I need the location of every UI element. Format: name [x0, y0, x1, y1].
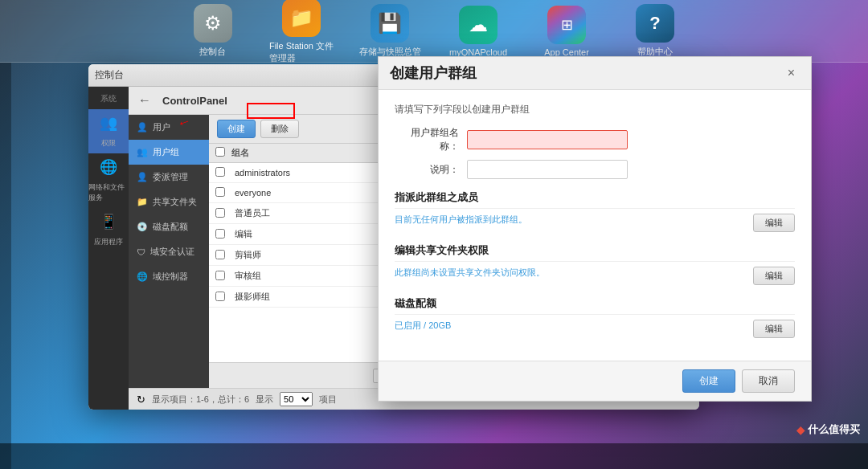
- taskbar-bottom: [0, 443, 868, 469]
- description-form-row: 说明：: [395, 160, 795, 179]
- back-arrow-icon[interactable]: ←: [138, 93, 151, 108]
- users-icon: 👤: [137, 122, 148, 133]
- dialog-create-button[interactable]: 创建: [682, 369, 735, 393]
- statusbar-refresh-button[interactable]: ↻: [137, 394, 145, 406]
- sub-nav-domain-ctrl[interactable]: 🌐 域控制器: [129, 264, 209, 289]
- domain-ctrl-label: 域控制器: [153, 271, 188, 283]
- network-services-label: 网络和文件服务: [88, 182, 129, 203]
- nav-item-network[interactable]: 🌐 网络和文件服务: [88, 153, 129, 208]
- permissions-icon: 👥: [100, 114, 117, 132]
- show-label: 显示: [256, 394, 273, 406]
- dock-item-storage[interactable]: 💾 存储与快照总管: [358, 4, 422, 58]
- dock-label-app-center: App Center: [544, 47, 589, 57]
- delegate-label: 委派管理: [153, 171, 188, 183]
- disk-quota-edit-button[interactable]: 编辑: [753, 320, 795, 338]
- sub-navigation: 👤 用户 👥 用户组 👤 委派管理 📁: [129, 115, 209, 388]
- myqnapcloud-icon: ☁: [459, 6, 497, 44]
- select-all-checkbox[interactable]: [215, 147, 225, 157]
- disk-quota-icon: 💿: [137, 222, 148, 232]
- create-group-button[interactable]: 创建: [217, 120, 256, 138]
- apps-icon: 📱: [100, 213, 117, 230]
- sub-nav-disk-quota[interactable]: 💿 磁盘配额: [129, 214, 209, 239]
- shared-folder-edit-button[interactable]: 编辑: [753, 267, 795, 285]
- sub-nav-domain-auth[interactable]: 🛡 域安全认证: [129, 239, 209, 264]
- row-checkbox-0[interactable]: [215, 167, 225, 177]
- disk-quota-label: 磁盘配额: [153, 221, 188, 233]
- permissions-label: 权限: [101, 138, 116, 149]
- display-items-text: 显示项目：1-6，总计：6: [152, 394, 249, 406]
- row-checkbox-3[interactable]: [215, 229, 225, 239]
- desktop-sidebar: [0, 63, 11, 469]
- domain-ctrl-icon: 🌐: [137, 271, 148, 282]
- sub-nav-shared-folder[interactable]: 📁 共享文件夹: [129, 190, 209, 214]
- dock-item-help[interactable]: ? 帮助中心: [623, 4, 687, 58]
- description-label: 说明：: [395, 163, 467, 177]
- sub-nav-user-groups[interactable]: 👥 用户组: [129, 140, 209, 165]
- user-groups-icon: 👥: [137, 147, 148, 157]
- shared-folder-label: 共享文件夹: [153, 196, 197, 208]
- delegate-icon: 👤: [137, 172, 148, 182]
- help-icon: ?: [636, 4, 674, 43]
- delete-group-button[interactable]: 删除: [260, 120, 299, 138]
- file-station-icon: 📁: [282, 0, 321, 37]
- row-checkbox-4[interactable]: [215, 250, 225, 259]
- group-name-form-row: 用户群组名称：: [395, 126, 795, 153]
- shared-folder-header: 编辑共享文件夹权限: [395, 243, 795, 262]
- dock-label-control-panel: 控制台: [199, 46, 226, 58]
- dialog-close-button[interactable]: ×: [783, 64, 800, 82]
- domain-auth-label: 域安全认证: [150, 246, 194, 258]
- items-per-page-select[interactable]: 50 100: [280, 392, 313, 406]
- dock-item-myqnapcloud[interactable]: ☁ myQNAPcloud: [446, 6, 510, 57]
- dialog-titlebar: 创建用户群组 ×: [379, 57, 811, 90]
- app-center-icon: ⊞: [547, 6, 586, 44]
- nav-system-label: 系统: [88, 93, 129, 104]
- breadcrumb: ControlPanel: [162, 95, 227, 107]
- nav-item-apps[interactable]: 📱 应用程序: [88, 208, 129, 252]
- panel-left-nav: 系统 👥 权限 🌐 网络和文件服务 📱 应用程序: [88, 87, 129, 410]
- watermark-text: 什么值得买: [808, 422, 860, 437]
- network-services-icon: 🌐: [100, 158, 117, 176]
- row-checkbox-6[interactable]: [215, 292, 225, 301]
- dialog-cancel-button[interactable]: 取消: [742, 369, 795, 393]
- group-name-header: 组名: [231, 147, 249, 159]
- assign-members-edit-button[interactable]: 编辑: [753, 214, 795, 232]
- sub-nav-users[interactable]: 👤 用户: [129, 115, 209, 140]
- description-input[interactable]: [467, 160, 628, 179]
- control-panel-icon: ⚙: [194, 4, 232, 43]
- window-title: 控制台: [95, 68, 124, 82]
- dialog-footer: 创建 取消: [379, 361, 811, 401]
- dialog-title: 创建用户群组: [390, 63, 477, 83]
- dock: ⚙ 控制台 📁 File Station 文件管理器 💾 存储与快照总管 ☁ m…: [0, 0, 868, 63]
- group-name-label: 用户群组名称：: [395, 126, 467, 153]
- nav-item-permissions[interactable]: 👥 权限: [88, 109, 129, 153]
- storage-icon: 💾: [371, 4, 409, 43]
- disk-quota-row: 已启用 / 20GB 编辑: [395, 320, 795, 338]
- dialog-body: 请填写下列字段以创建用户群组 用户群组名称： 说明： 指派此群组之成员 目前无任…: [379, 90, 811, 361]
- disk-quota-header: 磁盘配额: [395, 296, 795, 315]
- assign-members-row: 目前无任何用户被指派到此群组。 编辑: [395, 214, 795, 232]
- dock-item-app-center[interactable]: ⊞ App Center: [534, 6, 599, 57]
- disk-quota-info: 已启用 / 20GB: [395, 320, 451, 332]
- group-name-input[interactable]: [467, 130, 628, 149]
- dock-item-file-station[interactable]: 📁 File Station 文件管理器: [269, 0, 334, 64]
- create-user-group-dialog: 创建用户群组 × 请填写下列字段以创建用户群组 用户群组名称： 说明： 指派此群…: [378, 56, 812, 402]
- shared-folder-row: 此群组尚未设置共享文件夹访问权限。 编辑: [395, 267, 795, 285]
- row-checkbox-2[interactable]: [215, 208, 225, 218]
- dialog-subtitle: 请填写下列字段以创建用户群组: [395, 103, 795, 116]
- sub-nav-delegate[interactable]: 👤 委派管理: [129, 165, 209, 190]
- apps-label: 应用程序: [94, 237, 123, 247]
- row-checkbox-5[interactable]: [215, 271, 225, 280]
- domain-auth-icon: 🛡: [137, 247, 145, 257]
- desktop: ⚙ 控制台 📁 File Station 文件管理器 💾 存储与快照总管 ☁ m…: [0, 0, 868, 469]
- shared-folder-link[interactable]: 此群组尚未设置共享文件夹访问权限。: [395, 267, 753, 279]
- dock-label-file-station: File Station 文件管理器: [269, 40, 334, 64]
- row-checkbox-1[interactable]: [215, 187, 225, 197]
- assign-members-link[interactable]: 目前无任何用户被指派到此群组。: [395, 214, 753, 226]
- dock-item-control-panel[interactable]: ⚙ 控制台: [181, 4, 245, 58]
- watermark-icon: ◆: [796, 424, 805, 436]
- watermark: ◆ 什么值得买: [796, 422, 860, 437]
- dock-label-myqnapcloud: myQNAPcloud: [449, 47, 507, 57]
- items-label: 项目: [319, 394, 337, 406]
- shared-folder-icon: 📁: [137, 197, 148, 207]
- user-groups-label: 用户组: [153, 146, 179, 158]
